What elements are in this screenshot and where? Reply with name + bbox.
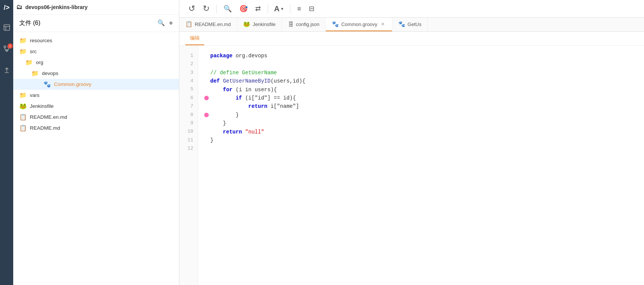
tree-item-jenkinsfile[interactable]: 🐸Jenkinsfile	[13, 101, 179, 112]
line-number-10: 10	[179, 128, 198, 136]
tab-config-icon: 🗄	[288, 21, 294, 28]
tree-item-devops[interactable]: 📁devops	[13, 68, 179, 79]
tab-jenkinsfile-label: Jenkinsfile	[253, 21, 276, 27]
indent-button[interactable]: ⊟	[306, 3, 317, 14]
breakpoint-6	[204, 96, 209, 100]
tree-label-resources: resources	[30, 38, 52, 43]
sidebar-icon-code[interactable]: />	[4, 4, 10, 12]
code-token: (i["id"] == id){	[242, 94, 296, 102]
tree-icon-common-groovy: 🐾	[43, 81, 51, 88]
font-button[interactable]: A ▼	[272, 3, 286, 15]
tree-item-vars[interactable]: 📁vars	[13, 90, 179, 101]
line-number-12: 12	[179, 144, 198, 153]
tab-jenkinsfile-icon: 🐸	[243, 21, 250, 28]
file-panel-header: 文件 (6) 🔍 +	[13, 15, 179, 32]
tab-getus-label: GetUs	[408, 21, 422, 27]
tab-common-close[interactable]: ✕	[380, 21, 386, 27]
toolbar-divider-1	[216, 4, 217, 13]
search-files-button[interactable]: 🔍	[157, 19, 165, 27]
tree-label-common-groovy: Common.groovy	[54, 81, 91, 87]
code-token: org.devops	[233, 52, 267, 60]
tree-item-org[interactable]: 📁org	[13, 57, 179, 68]
sidebar: /> 1	[0, 0, 13, 285]
tab-readme-icon: 📋	[185, 21, 193, 28]
code-content[interactable]: package org.devops// define GetUserNamed…	[198, 46, 644, 285]
tab-getus-icon: 🐾	[398, 21, 405, 28]
tree-label-readme-en: README.en.md	[30, 114, 67, 120]
list-button[interactable]: ≡	[294, 3, 304, 14]
tab-getus[interactable]: 🐾 GetUs	[392, 18, 428, 31]
tab-jenkinsfile[interactable]: 🐸 Jenkinsfile	[237, 18, 282, 31]
tree-item-src[interactable]: 📁src	[13, 46, 179, 57]
code-token: }	[210, 111, 239, 119]
code-line-7: return i["name"]	[204, 102, 644, 110]
sub-tabs-bar: 编辑	[179, 32, 644, 46]
line-number-2: 2	[179, 60, 198, 68]
code-line-4: def GetUserNameByID(users,id){	[204, 77, 644, 85]
add-file-button[interactable]: +	[169, 19, 173, 27]
code-token: return	[248, 102, 267, 110]
search-button[interactable]: 🔍	[220, 3, 235, 14]
code-token: return	[223, 128, 242, 136]
code-editor[interactable]: 123456789101112 package org.devops// def…	[179, 46, 644, 285]
code-line-8: }	[204, 111, 644, 119]
code-token: package	[210, 52, 233, 60]
tree-icon-devops: 📁	[31, 70, 39, 77]
code-token: (i in users){	[233, 86, 277, 94]
undo-button[interactable]: ↺	[185, 2, 198, 15]
code-line-1: package org.devops	[204, 52, 644, 60]
code-line-12	[204, 144, 644, 153]
svg-point-1	[4, 46, 6, 48]
svg-rect-0	[4, 25, 9, 31]
tree-icon-readme: 📋	[19, 124, 27, 132]
tree-label-src: src	[30, 49, 37, 54]
code-line-11: }	[204, 136, 644, 144]
tree-item-common-groovy[interactable]: 🐾Common.groovy	[13, 79, 179, 90]
file-tree: 📁resources📁src📁org📁devops🐾Common.groovy📁…	[13, 32, 179, 285]
tree-icon-resources: 📁	[19, 37, 27, 44]
code-line-10: return "null"	[204, 128, 644, 136]
tab-readme-en-md[interactable]: 📋 README.en.md	[179, 18, 237, 31]
code-token	[210, 94, 236, 102]
code-line-5: for (i in users){	[204, 86, 644, 94]
toolbar-divider-3	[290, 4, 290, 13]
line-number-8: 8	[179, 111, 198, 119]
sub-tab-edit[interactable]: 编辑	[185, 32, 204, 45]
code-token: if	[236, 94, 242, 102]
code-token: }	[210, 119, 226, 127]
find-button[interactable]: 🎯	[236, 3, 251, 14]
code-token	[210, 102, 248, 110]
tree-item-readme[interactable]: 📋README.md	[13, 123, 179, 133]
tree-label-jenkinsfile: Jenkinsfile	[30, 103, 54, 109]
code-token: def	[210, 77, 220, 85]
tree-item-resources[interactable]: 📁resources	[13, 35, 179, 46]
tree-icon-org: 📁	[25, 59, 33, 66]
replace-button[interactable]: ⇄	[252, 3, 264, 14]
line-number-11: 11	[179, 136, 198, 144]
code-token: }	[210, 136, 213, 144]
repo-icon: 🗂	[16, 4, 22, 11]
sidebar-icon-submit[interactable]	[3, 66, 11, 75]
editor-area: ↺ ↻ 🔍 🎯 ⇄ A ▼ ≡ ⊟ 📋 README.en.md 🐸 Jenki…	[179, 0, 644, 285]
repo-title: 🗂 devops06-jenkins-library	[13, 0, 179, 15]
source-control-badge: 1	[8, 43, 13, 49]
file-panel-actions: 🔍 +	[157, 19, 173, 27]
tab-common-groovy[interactable]: 🐾 Common.groovy ✕	[326, 18, 392, 31]
tree-icon-jenkinsfile: 🐸	[19, 103, 27, 110]
tree-label-readme: README.md	[30, 125, 60, 131]
code-token: "null"	[245, 128, 264, 136]
font-dropdown-arrow: ▼	[280, 7, 284, 11]
tabs-bar: 📋 README.en.md 🐸 Jenkinsfile 🗄 config.js…	[179, 18, 644, 32]
file-panel: 🗂 devops06-jenkins-library 文件 (6) 🔍 + 📁r…	[13, 0, 179, 285]
sidebar-icon-files[interactable]	[3, 24, 11, 33]
tree-item-readme-en[interactable]: 📋README.en.md	[13, 112, 179, 123]
tab-config-json[interactable]: 🗄 config.json	[282, 18, 326, 31]
code-token	[210, 86, 223, 94]
line-number-7: 7	[179, 102, 198, 110]
code-line-9: }	[204, 119, 644, 127]
redo-button[interactable]: ↻	[200, 2, 213, 15]
sidebar-icon-source-control[interactable]: 1	[3, 45, 11, 54]
toolbar: ↺ ↻ 🔍 🎯 ⇄ A ▼ ≡ ⊟	[179, 0, 644, 18]
repo-name: devops06-jenkins-library	[25, 4, 88, 10]
tab-readme-label: README.en.md	[195, 21, 231, 27]
